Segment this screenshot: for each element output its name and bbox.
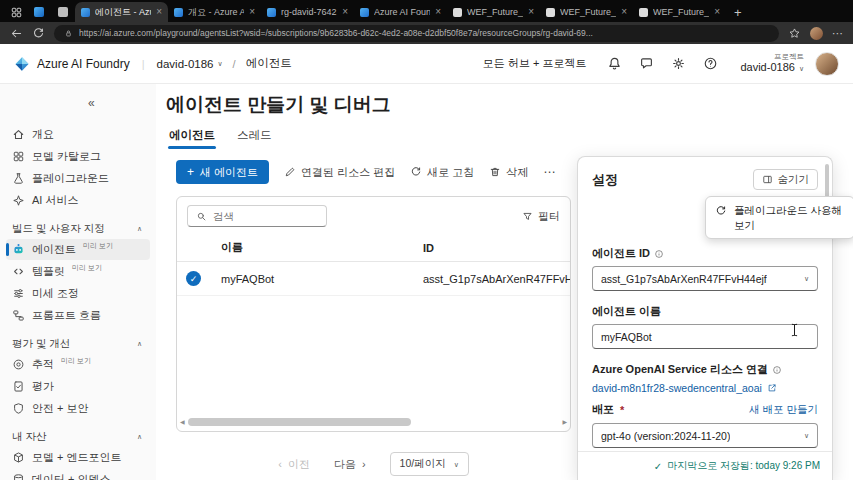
pinned-tab[interactable] <box>51 2 75 22</box>
reload-icon[interactable] <box>32 27 45 40</box>
sidebar-item[interactable]: 모델 + 엔드포인트 <box>6 447 150 468</box>
hide-panel-button[interactable]: 숨기기 <box>753 169 819 190</box>
tab-close-icon[interactable]: × <box>156 7 162 17</box>
tab-close-icon[interactable]: × <box>528 7 534 17</box>
page-size-select[interactable]: 10/페이지 ∨ <box>390 452 469 476</box>
help-icon[interactable] <box>703 56 718 71</box>
tab-close-icon[interactable]: × <box>621 7 627 17</box>
tab-close-icon[interactable]: × <box>342 7 348 17</box>
column-name[interactable]: 이름 <box>211 240 423 255</box>
info-icon[interactable] <box>654 249 664 259</box>
browser-menu-icon[interactable]: ⋯ <box>832 28 843 39</box>
sidebar-item[interactable]: 플레이그라운드 <box>6 168 150 189</box>
chevron-up-icon: ∧ <box>137 340 142 348</box>
new-deployment-link[interactable]: 새 배포 만들기 <box>749 403 818 417</box>
sidebar-item-label: 모델 + 엔드포인트 <box>32 450 122 465</box>
user-avatar[interactable] <box>815 52 839 76</box>
edit-resources-button[interactable]: 연결된 리소스 편집 <box>284 165 395 180</box>
more-options-icon[interactable]: ⋯ <box>543 165 555 179</box>
column-id[interactable]: ID <box>423 242 570 254</box>
pinned-tab-azure[interactable] <box>27 2 51 22</box>
sidebar-item[interactable]: 데이터 + 인덱스 <box>6 469 150 480</box>
scroll-left-icon[interactable]: ◀ <box>180 419 185 425</box>
aoai-resource-link[interactable]: david-m8n1fr28-swedencentral_aoai <box>592 382 818 394</box>
sidebar-item[interactable]: 모델 카탈로그 <box>6 146 150 167</box>
sidebar-item[interactable]: 개요 <box>6 124 150 145</box>
sidebar-item[interactable]: 템플릿 미리 보기 <box>6 261 150 282</box>
scrollbar-track[interactable] <box>188 418 560 426</box>
tab-close-icon[interactable]: × <box>249 7 255 17</box>
tab-close-icon[interactable]: × <box>435 7 441 17</box>
table-row[interactable]: ✓ myFAQBot asst_G1p7sAbArXenR47FFvH44ejf <box>177 262 570 296</box>
sidebar-section-header[interactable]: 내 자산 ∧ <box>6 426 150 447</box>
browser-tab[interactable]: rg-david-7642 × <box>261 2 354 22</box>
sidebar-item-label: 프롬프트 흐름 <box>32 308 101 323</box>
notifications-bell-icon[interactable] <box>607 56 622 71</box>
preview-badge: 미리 보기 <box>61 356 91 366</box>
tab-actions-icon[interactable] <box>5 2 27 22</box>
sidebar-section-header[interactable]: 빌드 및 사용자 지정 ∧ <box>6 218 150 239</box>
tab-close-icon[interactable]: × <box>714 7 720 17</box>
back-icon[interactable] <box>10 27 23 40</box>
browser-tab[interactable]: WEF_Future_of_ × <box>540 2 633 22</box>
chevron-up-icon: ∧ <box>137 433 142 441</box>
feedback-icon[interactable] <box>639 56 654 71</box>
sidebar-item-label: 개요 <box>32 127 54 142</box>
sidebar-item[interactable]: 안전 + 보안 <box>6 398 150 419</box>
sidebar-item[interactable]: AI 서비스 <box>6 190 150 211</box>
browser-tab[interactable]: Azure AI Found × <box>354 2 447 22</box>
agent-name-label: 에이전트 이름 <box>592 304 818 319</box>
favorites-star-icon[interactable] <box>788 27 801 40</box>
scroll-right-icon[interactable]: ▶ <box>562 419 567 425</box>
all-hubs-link[interactable]: 모든 허브 + 프로젝트 <box>483 56 587 71</box>
sidebar-section-header[interactable]: 평가 및 개선 ∧ <box>6 333 150 354</box>
brand-name[interactable]: Azure AI Foundry <box>37 57 130 71</box>
breadcrumb-project[interactable]: david-0186 ∨ <box>157 58 223 70</box>
info-icon[interactable] <box>772 365 782 375</box>
agent-name-label-text: 에이전트 이름 <box>592 304 661 319</box>
browser-tab[interactable]: WEF_Future_of_ × <box>447 2 540 22</box>
row-selected-checkbox[interactable]: ✓ <box>186 271 201 286</box>
sidebar-collapse-icon[interactable]: « <box>88 96 95 110</box>
deployment-value: gpt-4o (version:2024-11-20) <box>601 430 730 442</box>
new-agent-button[interactable]: + 새 에이전트 <box>176 160 269 184</box>
search-input[interactable] <box>213 210 318 222</box>
project-caption: 프로젝트 <box>740 52 804 61</box>
deployment-select[interactable]: gpt-4o (version:2024-11-20) ∨ <box>592 423 818 448</box>
search-box[interactable] <box>187 205 327 227</box>
agent-name-input[interactable] <box>592 324 818 349</box>
chevron-down-icon: ∨ <box>217 60 222 67</box>
sidebar-item[interactable]: 추적 미리 보기 <box>6 354 150 375</box>
browser-tab[interactable]: WEF_Future_of_ × <box>633 2 726 22</box>
tab-agents[interactable]: 에이전트 <box>168 125 216 151</box>
browser-profile-avatar[interactable] <box>810 27 823 40</box>
sidebar-item[interactable]: 에이전트 미리 보기 <box>6 239 150 260</box>
sidebar-item[interactable]: 평가 <box>6 376 150 397</box>
agent-name-cell[interactable]: myFAQBot <box>211 273 423 285</box>
sidebar-item[interactable]: 프롬프트 흐름 <box>6 305 150 326</box>
required-marker: * <box>620 404 624 416</box>
chevron-down-icon: ∨ <box>799 65 804 72</box>
address-bar[interactable]: https://ai.azure.com/playground/agentsLi… <box>54 25 779 42</box>
refresh-button[interactable]: 새로 고침 <box>410 165 474 180</box>
next-page-button[interactable]: 다음 › <box>334 457 366 472</box>
prev-page-button[interactable]: ‹ 이전 <box>278 457 310 472</box>
agent-id-value: asst_G1p7sAbArXenR47FFvH44ejf <box>601 273 767 285</box>
tab-favicon <box>174 8 183 17</box>
tab-title: 개요 - Azure AI <box>188 6 244 19</box>
sidebar-item-label: 평가 <box>32 379 54 394</box>
browser-tab[interactable]: 에이전트 - Azu × <box>75 2 168 22</box>
new-tab-button[interactable]: + <box>734 6 742 19</box>
settings-gear-icon[interactable] <box>671 56 686 71</box>
try-playground-button[interactable]: 플레이그라운드 사용해 보기 <box>705 196 853 239</box>
project-switcher[interactable]: 프로젝트 david-0186 ∨ <box>740 52 804 74</box>
filter-button[interactable]: 필터 <box>522 209 560 224</box>
sidebar-item[interactable]: 미세 조정 <box>6 283 150 304</box>
tab-threads[interactable]: 스레드 <box>236 125 273 151</box>
delete-button[interactable]: 삭제 <box>489 165 528 180</box>
tab-favicon <box>639 8 648 17</box>
browser-tab[interactable]: 개요 - Azure AI × <box>168 2 261 22</box>
agent-id-select[interactable]: asst_G1p7sAbArXenR47FFvH44ejf ∨ <box>592 266 818 291</box>
horizontal-scrollbar[interactable]: ◀ ▶ <box>180 418 567 426</box>
scrollbar-thumb[interactable] <box>188 418 411 426</box>
